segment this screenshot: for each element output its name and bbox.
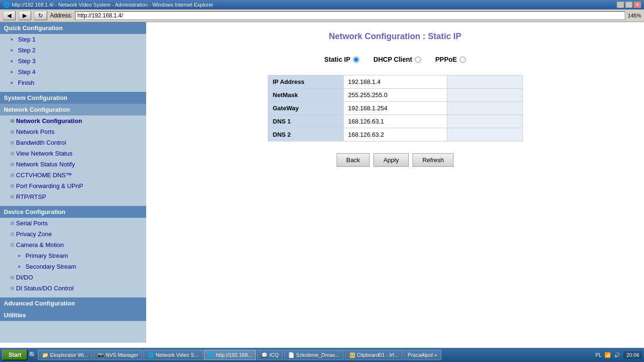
sidebar-header-advanced: Advanced Configuration	[0, 297, 146, 309]
table-row: GateWay	[268, 102, 522, 115]
dhcp-radio[interactable]	[415, 57, 421, 63]
gateway-input[interactable]	[348, 105, 442, 112]
ip-address-extra	[447, 75, 522, 89]
netmask-extra	[447, 89, 522, 102]
arrow-icon: »	[10, 69, 16, 74]
dns1-cell	[343, 115, 447, 128]
close-button[interactable]: ✕	[634, 1, 641, 8]
sidebar-item-camera-motion[interactable]: ⊟ Camera & Motion	[0, 239, 146, 250]
arrow-icon: »	[10, 80, 16, 85]
sidebar-item-network-notify[interactable]: ⊞ Network Status Notify	[0, 159, 146, 170]
expand-icon: ⊞	[10, 118, 14, 123]
expand-minus-icon: ⊟	[10, 242, 14, 247]
browser-refresh-button[interactable]: ↻	[34, 11, 47, 20]
device-config-items: ⊞ Serial Ports ⊟ Privacy Zone ⊟ Camera &…	[0, 218, 146, 294]
expand-icon: ⊞	[10, 183, 14, 189]
button-row: Back Apply Refresh	[160, 153, 630, 167]
expand-icon: ⊞	[10, 140, 14, 145]
browser-title: http://192.168.1.4/ - Network Video Syst…	[12, 2, 213, 8]
dns2-extra	[447, 128, 522, 141]
main-wrapper: Quick Configuration » Step 1 » Step 2 » …	[0, 22, 644, 343]
sidebar-item-step3[interactable]: » Step 3	[0, 56, 146, 66]
sidebar-item-serial-ports[interactable]: ⊞ Serial Ports	[0, 218, 146, 229]
sidebar-item-privacy-zone[interactable]: ⊟ Privacy Zone	[0, 229, 146, 239]
forward-button[interactable]: ▶	[18, 11, 31, 20]
expand-icon: ⊞	[10, 129, 14, 134]
sidebar-item-secondary-stream[interactable]: » Secondary Stream	[0, 261, 146, 272]
gateway-extra	[447, 102, 522, 115]
sidebar-item-rtp-rtsp[interactable]: ⊞ RTP/RTSP	[0, 191, 146, 202]
sidebar-header-device: Device Configuration	[0, 206, 146, 218]
restore-button[interactable]: □	[625, 1, 633, 8]
sidebar-item-network-config[interactable]: ⊞ Network Configuration	[0, 115, 146, 126]
sidebar: Quick Configuration » Step 1 » Step 2 » …	[0, 22, 146, 343]
sidebar-item-primary-stream[interactable]: » Primary Stream	[0, 250, 146, 261]
dns2-label: DNS 2	[268, 128, 343, 141]
netmask-cell	[343, 89, 447, 102]
sidebar-item-di-status[interactable]: ⊞ DI Status/DO Control	[0, 283, 146, 294]
static-ip-option[interactable]: Static IP	[324, 56, 359, 63]
content-area: Network Configuration : Static IP Static…	[146, 22, 644, 343]
zoom-label: 145%	[628, 13, 641, 18]
static-ip-label: Static IP	[324, 56, 350, 63]
sidebar-header-quick: Quick Configuration	[0, 22, 146, 34]
netmask-input[interactable]	[348, 91, 442, 99]
address-label: Address:	[50, 12, 72, 19]
arrow-icon: »	[10, 37, 16, 42]
arrow-icon: »	[18, 264, 24, 269]
sidebar-item-network-ports[interactable]: ⊞ Network Ports	[0, 126, 146, 137]
back-button[interactable]: Back	[337, 153, 370, 167]
expand-icon: ⊟	[10, 231, 14, 237]
refresh-button[interactable]: Refresh	[413, 153, 454, 167]
config-table: IP Address NetMask GateWay	[268, 75, 523, 141]
sidebar-item-step4[interactable]: » Step 4	[0, 66, 146, 77]
network-config-items: ⊞ Network Configuration ⊞ Network Ports …	[0, 115, 146, 202]
sidebar-item-step2[interactable]: » Step 2	[0, 45, 146, 56]
apply-button[interactable]: Apply	[373, 153, 409, 167]
pppoe-option[interactable]: PPPoE	[435, 56, 466, 63]
table-row: DNS 1	[268, 115, 522, 128]
window-controls[interactable]: _ □ ✕	[617, 1, 641, 8]
static-ip-radio[interactable]	[353, 57, 359, 63]
dns2-cell	[343, 128, 447, 141]
address-bar-input[interactable]	[75, 11, 625, 20]
dns1-extra	[447, 115, 522, 128]
gateway-cell	[343, 102, 447, 115]
ip-address-cell	[343, 75, 447, 89]
dns2-input[interactable]	[348, 131, 442, 138]
browser-titlebar: 🌐 http://192.168.1.4/ - Network Video Sy…	[0, 0, 644, 9]
arrow-icon: »	[10, 58, 16, 64]
dhcp-label: DHCP Client	[373, 56, 412, 63]
table-row: NetMask	[268, 89, 522, 102]
arrow-icon: »	[18, 253, 24, 258]
table-row: DNS 2	[268, 128, 522, 141]
pppoe-radio[interactable]	[460, 57, 466, 63]
sidebar-item-dido[interactable]: ⊞ DI/DO	[0, 272, 146, 283]
minimize-button[interactable]: _	[617, 1, 624, 8]
dns1-input[interactable]	[348, 118, 442, 125]
gateway-label: GateWay	[268, 102, 343, 115]
page-title: Network Configuration : Static IP	[160, 32, 630, 41]
sidebar-item-finish[interactable]: » Finish	[0, 77, 146, 88]
expand-icon: ⊞	[10, 162, 14, 167]
sidebar-item-step1[interactable]: » Step 1	[0, 34, 146, 45]
connection-type-selector: Static IP DHCP Client PPPoE	[160, 56, 630, 63]
sidebar-header-system: System Configuration	[0, 92, 146, 104]
pppoe-label: PPPoE	[435, 56, 457, 63]
dhcp-option[interactable]: DHCP Client	[373, 56, 421, 63]
sidebar-header-network: Network Configuration	[0, 104, 146, 115]
sidebar-item-view-network[interactable]: ⊞ View Network Status	[0, 148, 146, 159]
sidebar-header-utilities: Utilities	[0, 309, 146, 321]
back-button[interactable]: ◀	[3, 11, 16, 20]
sidebar-item-cctvhome-dns[interactable]: ⊞ CCTVHOME DNS™	[0, 170, 146, 181]
sidebar-item-port-forwarding[interactable]: ⊞ Port Forwarding & UPnP	[0, 181, 146, 191]
sidebar-item-bandwidth[interactable]: ⊞ Bandwidth Control	[0, 137, 146, 148]
expand-icon: ⊞	[10, 151, 14, 156]
ip-address-input[interactable]	[348, 78, 442, 85]
arrow-icon: »	[10, 48, 16, 53]
title-left: 🌐 http://192.168.1.4/ - Network Video Sy…	[3, 1, 213, 8]
expand-plus-icon: ⊞	[10, 194, 14, 199]
ip-address-label: IP Address	[268, 75, 343, 89]
table-row: IP Address	[268, 75, 522, 89]
dns1-label: DNS 1	[268, 115, 343, 128]
